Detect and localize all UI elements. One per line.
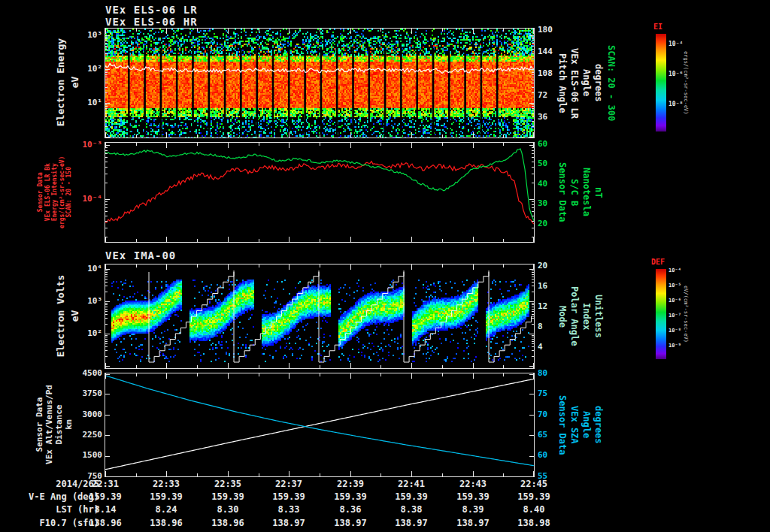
footer-value: 138.98 [513,518,555,528]
y-tick-label: 10⁴ [75,264,102,274]
footer-value: 138.97 [329,518,371,528]
panel1-right-axis-label: VEx ELS-06 LR [569,29,580,138]
vex-data-display: VEx ELS-06 LR VEx ELS-06 HR VEx IMA-00 E… [0,0,770,532]
title-ima: VEx IMA-00 [105,249,176,261]
title-els-hr: VEx ELS-06 HR [105,16,198,28]
colorbar-units: eV/(cm²-sr-sec-eV) [683,269,689,359]
panel1-right-axis-label: degrees [593,29,604,138]
right-tick-label: 60 [538,450,547,460]
panel3-right-axis-label: Index [581,264,592,368]
panel4-left-axis-line: km [64,368,74,481]
right-tick-label: 80 [538,368,547,378]
panel4-right-axis-label: Sensor Data [557,373,568,476]
colorbar-title: DEF [651,258,665,266]
y-tick-label: 10³ [75,296,102,306]
footer-value: 8.33 [268,504,310,515]
footer-value: 138.97 [390,518,432,528]
title-els-lr: VEx ELS-06 LR [105,4,198,16]
x-tick-label: 22:35 [211,479,244,489]
right-tick-label: 16 [538,281,547,291]
right-tick-label: 8 [538,322,543,331]
footer-value: 8.36 [329,504,371,515]
colorbar-tick: 10⁻⁴ [668,268,681,274]
footer-value: 138.96 [207,518,249,528]
panel1-right-axis-label: Angle [581,29,592,138]
colorbar-tick: 10⁻⁸ [668,328,681,334]
x-tick-label: 22:41 [395,479,428,489]
panel4-right-axis-label: VEx SZA [569,373,580,476]
right-tick-label: 180 [538,25,553,35]
footer-value: 159.39 [145,491,187,502]
panel1-right-axis-label: Pitch Angle [557,29,568,138]
footer-value: 138.96 [84,518,126,528]
panel2-right-axis-label: S/C B [569,143,580,242]
y-tick-label: 3000 [69,410,102,419]
panel2-left-axis-line: ergs/(cm²-sr-sec-eV) [59,135,66,250]
panel4-right-axis-label: degrees [593,373,604,476]
colorbar-tick: 10⁻⁷ [668,313,681,319]
y-tick-label: 4500 [69,368,102,378]
els-colorbar [656,34,666,131]
panel1-y-axis-label: Electron Energy [55,23,66,143]
footer-value: 138.97 [452,518,494,528]
right-tick-label: 70 [538,410,547,419]
panel4-right-axis-label: Angle [581,373,592,476]
footer-value: 138.96 [145,518,187,528]
footer-value: 159.39 [329,491,371,502]
panel2-left-axis-label: Sensor Data VEx ELS-06 LR Bk Energy Inte… [37,135,73,250]
x-tick-label: 22:43 [456,479,490,489]
footer-value: 159.39 [452,491,494,502]
footer-value: 8.24 [145,504,187,515]
right-tick-label: 30 [538,198,547,208]
panel2-right-axis-label: Sensor Data [557,143,568,242]
right-tick-label: 72 [538,90,547,100]
right-tick-label: 20 [538,219,547,228]
ima-colorbar [656,269,666,359]
footer-value: 8.30 [207,504,249,515]
panel4-left-axis-label: Sensor Data VEx Alt/Venus/Pd Distance km [35,368,74,481]
right-tick-label: 36 [538,112,547,122]
panel3-right-axis-label: Mode [557,264,568,368]
y-tick-label: 10³ [75,30,102,40]
right-tick-label: 20 [538,261,547,271]
panel2-left-axis-line: Sensor Data [37,135,44,250]
footer-value: 8.14 [84,504,126,515]
x-tick-label: 22:31 [89,479,122,489]
x-tick-label: 22:33 [150,479,183,489]
colorbar-tick: 10⁻⁸ [668,101,683,107]
footer-value: 159.39 [268,491,310,502]
colorbar-tick: 10⁻⁵ [668,283,681,289]
panel3-y-axis-label: Electron Volts [55,256,66,376]
panel2-left-axis-line: VEx ELS-06 LR Bk [44,135,52,250]
panel4-left-axis-line: Sensor Data [35,368,44,481]
panel4-left-axis-line: VEx Alt/Venus/Pd [44,368,54,481]
colorbar-tick: 10⁻⁴ [668,41,683,47]
right-tick-label: 60 [538,139,547,149]
right-tick-label: 50 [538,159,547,168]
colorbar-title: EI [653,23,662,31]
els-spectrogram [105,28,535,138]
intensity-bfield-plot [105,142,535,243]
footer-value: 159.39 [207,491,249,502]
panel2-right-axis-label: nT [593,143,604,242]
right-tick-label: 65 [538,430,547,440]
right-tick-label: 4 [538,342,543,352]
y-tick-label: 10¹ [75,98,102,107]
y-tick-label: 1500 [69,450,102,460]
panel2-right-axis-label: Nanotesla [581,143,592,242]
y-tick-label: 10⁻⁴ [74,194,102,204]
footer-value: 8.40 [513,504,555,515]
y-tick-label: 2250 [69,430,102,440]
right-tick-label: 144 [538,47,553,56]
right-tick-label: 108 [538,68,553,78]
colorbar-tick: 10⁻⁶ [668,71,683,77]
right-tick-label: 75 [538,388,547,398]
panel1-right-axis-scan-label: SCAN: 20 - 300 [606,29,617,138]
right-tick-label: 40 [538,179,547,189]
footer-value: 138.97 [268,518,310,528]
panel2-left-axis-line: SCAN: 20 - 150 [65,135,73,250]
y-tick-label: 10⁻³ [74,140,102,150]
colorbar-units: ergs/(cm²-sr-sec-eV) [683,34,689,131]
y-tick-label: 10² [75,64,102,74]
footer-value: 8.39 [452,504,494,515]
